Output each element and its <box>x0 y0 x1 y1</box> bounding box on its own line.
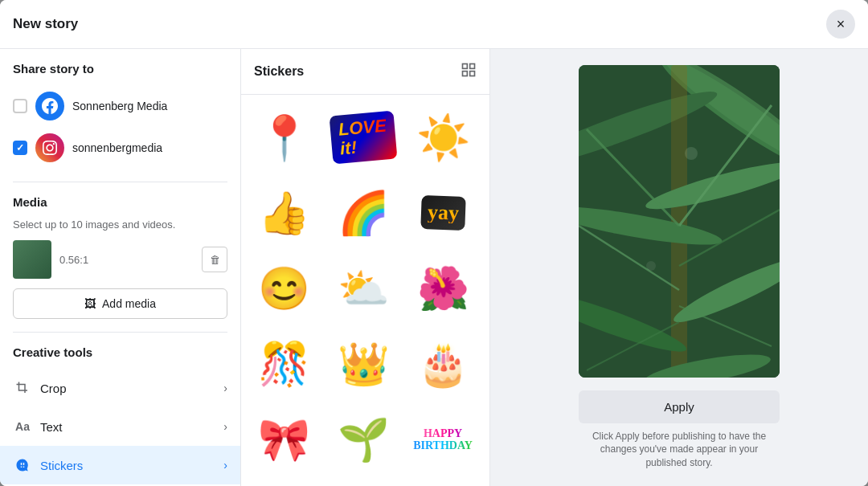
modal-header: New story × <box>0 0 868 49</box>
close-button[interactable]: × <box>826 10 855 39</box>
flower-sticker: 🌺 <box>417 268 469 309</box>
location-sticker: 📍 <box>257 116 311 159</box>
modal-overlay: New story × Share story to Sonnen <box>0 0 868 486</box>
apply-button[interactable]: Apply <box>579 390 780 423</box>
preview-img-content <box>579 65 780 378</box>
media-subtitle: Select up to 10 images and videos. <box>13 218 227 231</box>
stickers-panel-title: Stickers <box>254 64 304 79</box>
sticker-loveit[interactable]: LOVEit! <box>327 101 399 174</box>
left-panel: Share story to Sonnenberg Media ✓ <box>0 49 241 486</box>
sticker-party[interactable]: 🎊 <box>248 328 320 400</box>
modal-title: New story <box>13 16 78 32</box>
media-ratio: 0.56:1 <box>59 254 194 266</box>
sticker-sun[interactable]: ☀️ <box>407 101 479 174</box>
media-thumb-inner <box>13 240 51 279</box>
crop-arrow: › <box>223 382 227 394</box>
facebook-avatar <box>35 92 64 120</box>
text-icon: Aa <box>13 417 32 436</box>
stickers-icon <box>13 455 32 475</box>
stickers-header: Stickers <box>241 49 489 95</box>
svg-rect-3 <box>470 71 475 76</box>
sticker-cake[interactable]: 🎂 <box>407 328 479 400</box>
stickers-panel: Stickers 📍 LOVEit! <box>241 49 490 486</box>
sticker-happybday[interactable]: HAPPY BIRTHDAY <box>407 403 479 476</box>
party-sticker: 🎊 <box>258 343 310 385</box>
sticker-thumbsup[interactable]: 👍 <box>248 177 320 249</box>
sticker-cloud[interactable]: ⛅ <box>327 252 399 325</box>
instagram-avatar <box>35 133 64 162</box>
svg-point-21 <box>685 147 698 160</box>
svg-rect-2 <box>463 71 468 76</box>
svg-rect-1 <box>470 64 475 69</box>
tools-title: Creative tools <box>0 345 240 369</box>
sticker-location[interactable]: 📍 <box>248 101 320 174</box>
smiley-sticker: 😊 <box>258 268 310 309</box>
thumbsup-sticker: 👍 <box>258 192 310 234</box>
sticker-flower[interactable]: 🌺 <box>407 252 479 325</box>
facebook-account-name: Sonnenberg Media <box>72 100 167 112</box>
sun-sticker: ☀️ <box>416 116 470 159</box>
add-media-icon: 🖼 <box>84 297 96 310</box>
stickers-arrow: › <box>223 459 227 472</box>
media-thumbnail <box>13 240 51 279</box>
instagram-checkbox[interactable]: ✓ <box>13 141 27 155</box>
svg-rect-0 <box>463 64 468 69</box>
tool-text[interactable]: Aa Text › <box>0 407 240 446</box>
right-panel: Apply Click Apply before publishing to h… <box>490 49 868 486</box>
sticker-plant[interactable]: 🌱 <box>327 403 399 476</box>
sticker-smiley[interactable]: 😊 <box>248 252 320 325</box>
sticker-wave[interactable]: 🌊 <box>248 479 320 486</box>
preview-image <box>579 65 780 378</box>
crop-icon <box>13 378 32 398</box>
grid-view-icon[interactable] <box>461 62 477 81</box>
tool-crop[interactable]: Crop › <box>0 369 240 407</box>
share-title: Share story to <box>13 62 227 76</box>
tools-section: Creative tools Crop › Aa Tex <box>0 333 240 486</box>
crown-sticker: 👑 <box>338 343 390 385</box>
cloud-sticker: ⛅ <box>338 268 390 309</box>
apply-hint: Click Apply before publishing to have th… <box>579 430 780 470</box>
add-media-label: Add media <box>102 297 156 310</box>
stickers-grid: 📍 LOVEit! ☀️ 👍 <box>241 95 489 486</box>
modal: New story × Share story to Sonnen <box>0 0 868 486</box>
add-media-button[interactable]: 🖼 Add media <box>13 288 227 319</box>
account-item-instagram[interactable]: ✓ sonnenbergmedia <box>13 127 227 169</box>
media-section: Media Select up to 10 images and videos.… <box>0 182 240 332</box>
facebook-checkbox[interactable] <box>13 99 27 113</box>
media-title: Media <box>13 195 227 209</box>
crop-label: Crop <box>40 382 223 395</box>
bow-sticker: 🎀 <box>258 419 310 460</box>
modal-body: Share story to Sonnenberg Media ✓ <box>0 49 868 486</box>
sticker-yay[interactable]: yay <box>407 177 479 249</box>
tool-stickers[interactable]: Stickers › <box>0 446 240 484</box>
cake-sticker: 🎂 <box>417 343 469 385</box>
media-item: 0.56:1 🗑 <box>13 240 227 279</box>
text-arrow: › <box>223 420 227 433</box>
instagram-account-name: sonnenbergmedia <box>72 141 162 154</box>
sticker-bow[interactable]: 🎀 <box>248 403 320 476</box>
sticker-rainbow-kawaii[interactable]: 🌈 <box>327 177 399 249</box>
stickers-label: Stickers <box>40 459 223 472</box>
svg-point-22 <box>646 261 656 271</box>
account-item-facebook[interactable]: Sonnenberg Media <box>13 85 227 127</box>
checkmark-icon: ✓ <box>16 142 24 153</box>
delete-media-button[interactable]: 🗑 <box>202 247 227 272</box>
sticker-crown[interactable]: 👑 <box>327 328 399 400</box>
plant-sticker: 🌱 <box>338 419 390 460</box>
share-section: Share story to Sonnenberg Media ✓ <box>0 49 240 182</box>
text-label: Text <box>40 420 223 434</box>
rainbow-kawaii-sticker: 🌈 <box>338 192 390 234</box>
